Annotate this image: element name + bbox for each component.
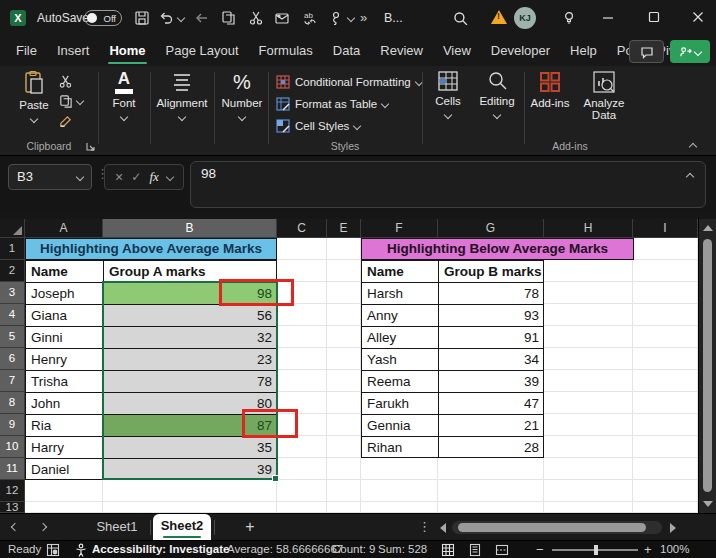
cell-H8[interactable] <box>544 392 633 414</box>
vertical-scroll-thumb[interactable] <box>703 239 712 492</box>
find-replace-icon[interactable]: ab <box>302 10 318 26</box>
cell-F13[interactable] <box>361 502 438 513</box>
column-header-G[interactable]: G <box>438 219 544 238</box>
collapse-ribbon-icon[interactable] <box>689 143 697 151</box>
row-header-7[interactable]: 7 <box>0 370 25 392</box>
cell-G13[interactable] <box>438 502 544 513</box>
below-cell-marks-r2[interactable]: Group B marks <box>438 260 544 282</box>
ribbon-tab-formulas[interactable]: Formulas <box>249 36 323 66</box>
cut-icon[interactable] <box>248 10 264 26</box>
above-cell-name-r9[interactable]: Ria <box>25 414 103 436</box>
number-group-button[interactable]: % Number <box>220 70 264 120</box>
below-cell-name-r6[interactable]: Yash <box>361 348 438 370</box>
above-cell-marks-r10[interactable]: 35 <box>103 436 277 458</box>
column-header-F[interactable]: F <box>361 219 438 238</box>
copy-button[interactable] <box>58 92 84 110</box>
ribbon-tab-review[interactable]: Review <box>370 36 433 66</box>
prev-sheet-icon[interactable] <box>11 523 19 531</box>
cell-E13[interactable] <box>327 502 361 513</box>
cell-E2[interactable] <box>327 260 361 282</box>
name-box[interactable]: B3 <box>8 164 92 190</box>
ribbon-tab-data[interactable]: Data <box>323 36 370 66</box>
clipboard-dialog-launcher-icon[interactable] <box>86 142 95 151</box>
undo-dropdown-icon[interactable] <box>177 14 185 22</box>
cell-E12[interactable] <box>327 480 361 502</box>
ribbon-tab-developer[interactable]: Developer <box>481 36 560 66</box>
avatar[interactable]: KJ <box>514 7 536 29</box>
ribbon-tab-view[interactable]: View <box>433 36 481 66</box>
cell-I3[interactable] <box>633 282 698 304</box>
macro-record-icon[interactable] <box>46 543 60 557</box>
scroll-up-icon[interactable] <box>703 225 713 231</box>
above-cell-marks-r6[interactable]: 23 <box>103 348 277 370</box>
ribbon-tab-page-layout[interactable]: Page Layout <box>156 36 249 66</box>
cell-A12[interactable] <box>25 480 103 502</box>
below-cell-marks-r8[interactable]: 47 <box>438 392 544 414</box>
below-cell-marks-r9[interactable]: 21 <box>438 414 544 436</box>
below-cell-name-r8[interactable]: Farukh <box>361 392 438 414</box>
analyze-data-button[interactable]: Analyze Data <box>580 70 628 121</box>
accessibility-status[interactable]: Accessibility: Investigate <box>92 541 229 558</box>
cell-H4[interactable] <box>544 304 633 326</box>
scroll-down-icon[interactable] <box>703 501 713 507</box>
cell-E3[interactable] <box>327 282 361 304</box>
above-cell-marks-r8[interactable]: 80 <box>103 392 277 414</box>
row-header-9[interactable]: 9 <box>0 414 25 436</box>
font-group-button[interactable]: A Font <box>102 70 146 120</box>
above-cell-marks-r11[interactable]: 39 <box>103 458 277 480</box>
cell-H10[interactable] <box>544 436 633 458</box>
hscroll-left-icon[interactable] <box>440 523 446 533</box>
cell-G11[interactable] <box>438 458 544 480</box>
below-cell-name-r3[interactable]: Harsh <box>361 282 438 304</box>
cancel-button[interactable]: × <box>115 169 123 185</box>
above-cell-name-r6[interactable]: Henry <box>25 348 103 370</box>
cell-G12[interactable] <box>438 480 544 502</box>
zoom-in-button[interactable]: + <box>644 541 652 558</box>
below-cell-name-r9[interactable]: Gennia <box>361 414 438 436</box>
cell-C11[interactable] <box>277 458 327 480</box>
cell-E6[interactable] <box>327 348 361 370</box>
select-all-corner[interactable] <box>0 219 25 238</box>
above-cell-marks-r4[interactable]: 56 <box>103 304 277 326</box>
warning-icon[interactable] <box>491 10 507 24</box>
cell-H12[interactable] <box>544 480 633 502</box>
cell-F12[interactable] <box>361 480 438 502</box>
new-sheet-button[interactable]: + <box>240 514 260 540</box>
cell-E4[interactable] <box>327 304 361 326</box>
cell-E5[interactable] <box>327 326 361 348</box>
cut-button[interactable] <box>58 72 84 90</box>
sheet-tab-sheet2[interactable]: Sheet2 <box>153 514 211 541</box>
page-break-view-icon[interactable] <box>495 543 509 557</box>
formula-input[interactable]: 98 <box>190 161 706 208</box>
alignment-group-button[interactable]: Alignment <box>156 70 208 120</box>
page-layout-view-icon[interactable] <box>468 543 482 557</box>
cell-H6[interactable] <box>544 348 633 370</box>
row-header-4[interactable]: 4 <box>0 304 25 326</box>
autosave-toggle[interactable]: Off <box>84 10 122 26</box>
editing-group-button[interactable]: Editing <box>474 70 520 118</box>
cell-I5[interactable] <box>633 326 698 348</box>
ribbon-tab-insert[interactable]: Insert <box>47 36 100 66</box>
cell-I7[interactable] <box>633 370 698 392</box>
cell-C3[interactable] <box>277 282 327 304</box>
sheet-options-icon[interactable]: ⋮ <box>418 514 431 539</box>
touch-mode-dropdown-icon[interactable] <box>347 14 355 22</box>
row-header-5[interactable]: 5 <box>0 326 25 348</box>
row-header-3[interactable]: 3 <box>0 282 25 304</box>
column-header-A[interactable]: A <box>25 219 103 238</box>
share-button[interactable] <box>670 40 710 63</box>
paste-button[interactable]: Paste <box>12 70 56 122</box>
hscroll-right-icon[interactable] <box>670 523 676 533</box>
below-cell-name-r10[interactable]: Rihan <box>361 436 438 458</box>
below-cell-marks-r6[interactable]: 34 <box>438 348 544 370</box>
ribbon-tab-home[interactable]: Home <box>99 36 155 66</box>
cell-H9[interactable] <box>544 414 633 436</box>
cell-C7[interactable] <box>277 370 327 392</box>
cell-styles-button[interactable]: Cell Styles <box>276 116 360 136</box>
cell-I1[interactable] <box>633 238 698 260</box>
cell-H11[interactable] <box>544 458 633 480</box>
above-cell-name-r2[interactable]: Name <box>25 260 103 282</box>
format-as-table-button[interactable]: Format as Table <box>276 94 388 114</box>
above-cell-marks-r2[interactable]: Group A marks <box>103 260 277 282</box>
ribbon-tab-help[interactable]: Help <box>560 36 607 66</box>
